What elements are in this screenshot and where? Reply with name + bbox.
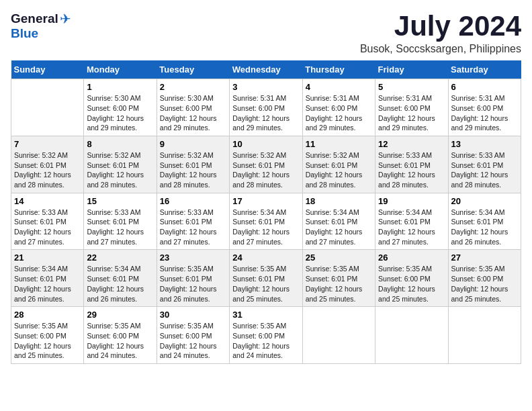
page-header: General ✈ Blue July 2024 Busok, Soccsksa… xyxy=(11,11,521,55)
table-row: 24Sunrise: 5:35 AM Sunset: 6:01 PM Dayli… xyxy=(230,250,302,307)
day-detail: Sunrise: 5:34 AM Sunset: 6:01 PM Dayligh… xyxy=(14,264,81,304)
day-number: 9 xyxy=(160,139,226,149)
day-detail: Sunrise: 5:35 AM Sunset: 6:00 PM Dayligh… xyxy=(232,321,299,361)
table-row: 25Sunrise: 5:35 AM Sunset: 6:01 PM Dayli… xyxy=(302,250,375,307)
table-row: 2Sunrise: 5:30 AM Sunset: 6:00 PM Daylig… xyxy=(157,79,229,136)
col-monday: Monday xyxy=(84,60,157,79)
day-number: 26 xyxy=(378,253,445,263)
calendar-week-row: 7Sunrise: 5:32 AM Sunset: 6:01 PM Daylig… xyxy=(11,136,521,193)
col-saturday: Saturday xyxy=(448,60,521,79)
table-row: 1Sunrise: 5:30 AM Sunset: 6:00 PM Daylig… xyxy=(84,79,157,136)
day-detail: Sunrise: 5:30 AM Sunset: 6:00 PM Dayligh… xyxy=(87,93,153,133)
day-detail: Sunrise: 5:35 AM Sunset: 6:00 PM Dayligh… xyxy=(14,321,81,361)
col-sunday: Sunday xyxy=(11,60,84,79)
day-detail: Sunrise: 5:31 AM Sunset: 6:00 PM Dayligh… xyxy=(232,93,299,133)
day-number: 1 xyxy=(87,82,153,92)
day-detail: Sunrise: 5:35 AM Sunset: 6:00 PM Dayligh… xyxy=(87,321,153,361)
day-detail: Sunrise: 5:34 AM Sunset: 6:01 PM Dayligh… xyxy=(451,208,518,247)
table-row: 23Sunrise: 5:35 AM Sunset: 6:01 PM Dayli… xyxy=(157,250,229,307)
day-number: 27 xyxy=(451,253,518,263)
day-detail: Sunrise: 5:35 AM Sunset: 6:00 PM Dayligh… xyxy=(451,264,518,304)
day-number: 5 xyxy=(378,82,445,92)
day-detail: Sunrise: 5:32 AM Sunset: 6:01 PM Dayligh… xyxy=(14,150,81,190)
day-detail: Sunrise: 5:32 AM Sunset: 6:01 PM Dayligh… xyxy=(160,150,226,190)
day-number: 16 xyxy=(160,196,226,206)
day-number: 31 xyxy=(232,310,299,320)
day-number: 7 xyxy=(14,139,81,149)
table-row: 27Sunrise: 5:35 AM Sunset: 6:00 PM Dayli… xyxy=(448,250,521,307)
day-number: 13 xyxy=(451,139,518,149)
table-row: 21Sunrise: 5:34 AM Sunset: 6:01 PM Dayli… xyxy=(11,250,84,307)
table-row xyxy=(375,307,448,364)
calendar-week-row: 14Sunrise: 5:33 AM Sunset: 6:01 PM Dayli… xyxy=(11,193,521,250)
table-row: 10Sunrise: 5:32 AM Sunset: 6:01 PM Dayli… xyxy=(230,136,302,193)
day-detail: Sunrise: 5:33 AM Sunset: 6:01 PM Dayligh… xyxy=(14,208,81,247)
table-row: 13Sunrise: 5:33 AM Sunset: 6:01 PM Dayli… xyxy=(448,136,521,193)
table-row: 5Sunrise: 5:31 AM Sunset: 6:00 PM Daylig… xyxy=(375,79,448,136)
day-detail: Sunrise: 5:34 AM Sunset: 6:01 PM Dayligh… xyxy=(378,208,445,247)
table-row: 28Sunrise: 5:35 AM Sunset: 6:00 PM Dayli… xyxy=(11,307,84,364)
table-row: 8Sunrise: 5:32 AM Sunset: 6:01 PM Daylig… xyxy=(84,136,157,193)
table-row: 18Sunrise: 5:34 AM Sunset: 6:01 PM Dayli… xyxy=(302,193,375,250)
day-number: 2 xyxy=(160,82,226,92)
day-detail: Sunrise: 5:34 AM Sunset: 6:01 PM Dayligh… xyxy=(306,208,372,247)
day-number: 3 xyxy=(232,82,299,92)
day-number: 15 xyxy=(87,196,153,206)
table-row: 4Sunrise: 5:31 AM Sunset: 6:00 PM Daylig… xyxy=(302,79,375,136)
day-detail: Sunrise: 5:33 AM Sunset: 6:01 PM Dayligh… xyxy=(160,208,226,247)
logo-general: General xyxy=(11,11,58,26)
day-number: 18 xyxy=(306,196,372,206)
day-detail: Sunrise: 5:35 AM Sunset: 6:00 PM Dayligh… xyxy=(160,321,226,361)
table-row: 31Sunrise: 5:35 AM Sunset: 6:00 PM Dayli… xyxy=(230,307,302,364)
month-title: July 2024 xyxy=(360,11,521,42)
logo-bird-icon: ✈ xyxy=(60,11,71,27)
table-row xyxy=(302,307,375,364)
day-number: 19 xyxy=(378,196,445,206)
day-number: 30 xyxy=(160,310,226,320)
table-row xyxy=(11,79,84,136)
day-number: 29 xyxy=(87,310,153,320)
day-detail: Sunrise: 5:33 AM Sunset: 6:01 PM Dayligh… xyxy=(87,208,153,247)
table-row: 6Sunrise: 5:31 AM Sunset: 6:00 PM Daylig… xyxy=(448,79,521,136)
table-row: 26Sunrise: 5:35 AM Sunset: 6:00 PM Dayli… xyxy=(375,250,448,307)
day-number: 23 xyxy=(160,253,226,263)
day-detail: Sunrise: 5:32 AM Sunset: 6:01 PM Dayligh… xyxy=(87,150,153,190)
calendar-week-row: 21Sunrise: 5:34 AM Sunset: 6:01 PM Dayli… xyxy=(11,250,521,307)
table-row: 12Sunrise: 5:33 AM Sunset: 6:01 PM Dayli… xyxy=(375,136,448,193)
table-row: 7Sunrise: 5:32 AM Sunset: 6:01 PM Daylig… xyxy=(11,136,84,193)
table-row: 11Sunrise: 5:32 AM Sunset: 6:01 PM Dayli… xyxy=(302,136,375,193)
day-detail: Sunrise: 5:32 AM Sunset: 6:01 PM Dayligh… xyxy=(232,150,299,190)
table-row xyxy=(448,307,521,364)
day-number: 17 xyxy=(232,196,299,206)
day-detail: Sunrise: 5:33 AM Sunset: 6:01 PM Dayligh… xyxy=(451,150,518,190)
calendar-week-row: 1Sunrise: 5:30 AM Sunset: 6:00 PM Daylig… xyxy=(11,79,521,136)
calendar-header-row: Sunday Monday Tuesday Wednesday Thursday… xyxy=(11,60,521,79)
col-friday: Friday xyxy=(375,60,448,79)
logo: General ✈ Blue xyxy=(11,11,71,40)
day-detail: Sunrise: 5:32 AM Sunset: 6:01 PM Dayligh… xyxy=(306,150,372,190)
col-wednesday: Wednesday xyxy=(230,60,302,79)
day-number: 12 xyxy=(378,139,445,149)
table-row: 15Sunrise: 5:33 AM Sunset: 6:01 PM Dayli… xyxy=(84,193,157,250)
day-number: 8 xyxy=(87,139,153,149)
col-tuesday: Tuesday xyxy=(157,60,229,79)
day-detail: Sunrise: 5:30 AM Sunset: 6:00 PM Dayligh… xyxy=(160,93,226,133)
day-number: 21 xyxy=(14,253,81,263)
calendar-week-row: 28Sunrise: 5:35 AM Sunset: 6:00 PM Dayli… xyxy=(11,307,521,364)
day-detail: Sunrise: 5:35 AM Sunset: 6:01 PM Dayligh… xyxy=(232,264,299,304)
day-detail: Sunrise: 5:31 AM Sunset: 6:00 PM Dayligh… xyxy=(451,93,518,133)
day-number: 4 xyxy=(306,82,372,92)
logo-blue: Blue xyxy=(11,27,38,40)
day-number: 20 xyxy=(451,196,518,206)
day-number: 6 xyxy=(451,82,518,92)
table-row: 17Sunrise: 5:34 AM Sunset: 6:01 PM Dayli… xyxy=(230,193,302,250)
table-row: 30Sunrise: 5:35 AM Sunset: 6:00 PM Dayli… xyxy=(157,307,229,364)
day-detail: Sunrise: 5:33 AM Sunset: 6:01 PM Dayligh… xyxy=(378,150,445,190)
table-row: 9Sunrise: 5:32 AM Sunset: 6:01 PM Daylig… xyxy=(157,136,229,193)
col-thursday: Thursday xyxy=(302,60,375,79)
day-number: 10 xyxy=(232,139,299,149)
table-row: 14Sunrise: 5:33 AM Sunset: 6:01 PM Dayli… xyxy=(11,193,84,250)
table-row: 20Sunrise: 5:34 AM Sunset: 6:01 PM Dayli… xyxy=(448,193,521,250)
day-number: 24 xyxy=(232,253,299,263)
day-detail: Sunrise: 5:35 AM Sunset: 6:01 PM Dayligh… xyxy=(306,264,372,304)
